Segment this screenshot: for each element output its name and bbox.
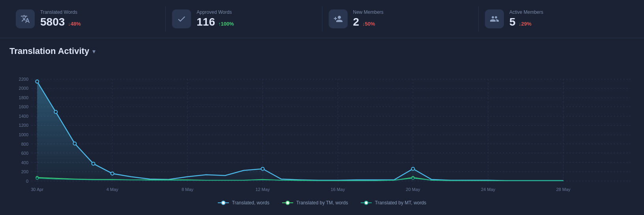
translated-words-value: 5803 bbox=[40, 16, 65, 28]
chart-legend: Translated, words Translated by TM, word… bbox=[9, 200, 635, 206]
svg-text:28 May: 28 May bbox=[556, 187, 571, 192]
legend-label-translated: Translated, words bbox=[232, 200, 270, 206]
legend-line-blue bbox=[218, 202, 229, 203]
stat-approved-words: Approved Words 116 ↑100% bbox=[166, 6, 322, 32]
svg-point-46 bbox=[261, 167, 264, 171]
svg-point-47 bbox=[412, 167, 415, 171]
chart-section: Translation Activity ▾ bbox=[0, 38, 644, 209]
svg-text:1400: 1400 bbox=[19, 114, 29, 119]
stat-active-members: Active Members 5 ↓29% bbox=[479, 6, 635, 32]
svg-point-51 bbox=[412, 177, 414, 180]
new-members-change: ↓50% bbox=[362, 21, 375, 27]
svg-text:400: 400 bbox=[21, 160, 28, 165]
translated-words-change: ↓48% bbox=[68, 21, 81, 27]
chevron-down-icon[interactable]: ▾ bbox=[92, 48, 95, 55]
svg-text:2000: 2000 bbox=[19, 86, 29, 91]
svg-text:1200: 1200 bbox=[19, 123, 29, 128]
svg-text:1600: 1600 bbox=[19, 104, 29, 109]
svg-text:800: 800 bbox=[21, 142, 28, 146]
legend-item-mt: Translated by MT, words bbox=[361, 200, 426, 206]
svg-text:1000: 1000 bbox=[19, 132, 29, 137]
svg-text:600: 600 bbox=[21, 151, 28, 156]
stat-new-members: New Members 2 ↓50% bbox=[322, 6, 479, 32]
legend-line-green bbox=[282, 202, 293, 203]
svg-text:20 May: 20 May bbox=[406, 187, 421, 192]
approved-words-change: ↑100% bbox=[218, 21, 234, 27]
legend-label-mt: Translated by MT, words bbox=[375, 200, 426, 206]
chart-container: 0 200 400 600 800 1000 1200 1400 1600 18… bbox=[9, 63, 635, 197]
svg-text:4 May: 4 May bbox=[107, 187, 118, 192]
svg-point-50 bbox=[36, 177, 38, 180]
main-chart: 0 200 400 600 800 1000 1200 1400 1600 18… bbox=[9, 63, 635, 197]
approved-words-value: 116 bbox=[197, 16, 215, 28]
new-members-label: New Members bbox=[353, 9, 384, 15]
new-members-value: 2 bbox=[353, 16, 359, 28]
svg-point-45 bbox=[111, 172, 114, 175]
translated-words-label: Translated Words bbox=[40, 9, 81, 15]
check-icon bbox=[172, 9, 191, 28]
people-icon bbox=[485, 9, 504, 28]
active-members-label: Active Members bbox=[509, 9, 543, 15]
legend-item-tm: Translated by TM, words bbox=[282, 200, 348, 206]
chart-title: Translation Activity bbox=[9, 46, 89, 56]
translate-icon bbox=[16, 9, 35, 28]
svg-text:24 May: 24 May bbox=[481, 187, 496, 192]
svg-text:30 Apr: 30 Apr bbox=[31, 187, 43, 192]
svg-text:1800: 1800 bbox=[19, 95, 29, 100]
stats-bar: Translated Words 5803 ↓48% Approved Word… bbox=[0, 0, 644, 38]
active-members-value: 5 bbox=[509, 16, 516, 28]
svg-point-43 bbox=[73, 142, 76, 145]
legend-line-teal bbox=[361, 202, 372, 203]
svg-text:16 May: 16 May bbox=[331, 187, 345, 192]
svg-point-42 bbox=[54, 110, 57, 113]
svg-text:12 May: 12 May bbox=[256, 187, 270, 192]
person-add-icon bbox=[329, 9, 348, 28]
svg-text:8 May: 8 May bbox=[182, 187, 193, 192]
svg-text:200: 200 bbox=[21, 169, 28, 174]
approved-words-label: Approved Words bbox=[197, 9, 234, 15]
svg-text:2200: 2200 bbox=[19, 77, 29, 82]
legend-item-translated: Translated, words bbox=[218, 200, 270, 206]
svg-point-44 bbox=[92, 162, 95, 165]
stat-translated-words: Translated Words 5803 ↓48% bbox=[9, 6, 166, 32]
svg-text:0: 0 bbox=[26, 179, 28, 183]
svg-point-41 bbox=[36, 80, 39, 83]
legend-label-tm: Translated by TM, words bbox=[296, 200, 348, 206]
active-members-change: ↓29% bbox=[519, 21, 532, 27]
chart-header: Translation Activity ▾ bbox=[9, 46, 635, 56]
